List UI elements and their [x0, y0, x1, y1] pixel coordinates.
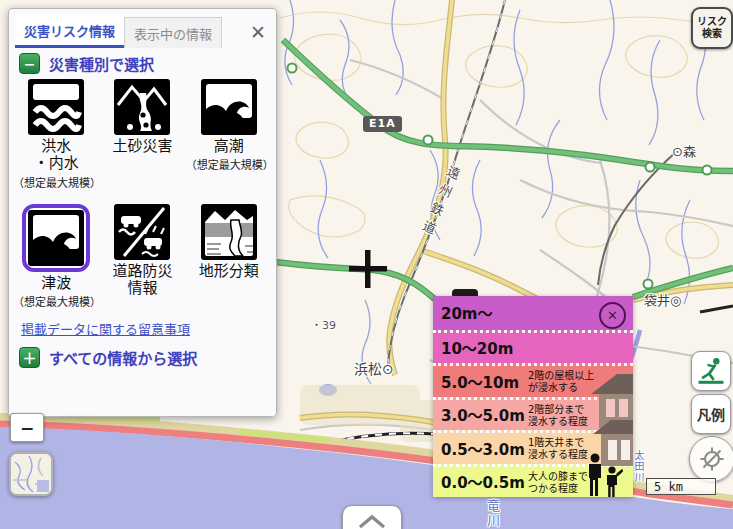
collapse-minus-icon[interactable]: − — [19, 53, 40, 74]
collapse-panel-button[interactable] — [342, 505, 402, 529]
town-symbol: ⊙ — [672, 144, 683, 159]
river-tenryu-label: 竜川 — [483, 499, 502, 529]
elevation-point-label: ・39 — [311, 316, 336, 332]
river-ota-label: 太田川 — [631, 450, 646, 483]
legend-toggle-button[interactable]: 凡例 — [691, 394, 731, 434]
disaster-info-panel: 災害リスク情報 表示中の情報 ✕ − 災害種別で選択 洪水 ・内水 （想定最大規… — [8, 8, 277, 417]
evacuation-runner-icon — [695, 355, 727, 387]
town-label-fukuroi: 袋井◎ — [644, 290, 681, 309]
minimap-icon — [11, 454, 51, 494]
flood-icon — [28, 79, 84, 135]
risk-search-button[interactable]: リスク 検索 — [691, 7, 733, 49]
disaster-item-storm-surge[interactable]: 高潮 （想定最大規模） — [186, 79, 272, 190]
town-label-mori: ⊙森 — [672, 141, 696, 160]
disaster-item-road[interactable]: 道路防災 情報 — [99, 204, 185, 309]
tsunami-depth-legend: ✕ 20m～ 10～20m 5. — [433, 296, 633, 497]
people-icon — [585, 452, 623, 502]
data-notes-link[interactable]: 掲載データに関する留意事項 — [21, 319, 190, 338]
evacuation-site-button[interactable] — [691, 351, 731, 391]
section-select-by-type[interactable]: − 災害種別で選択 — [19, 53, 154, 74]
zoom-out-button[interactable]: − — [10, 413, 44, 442]
road-disaster-icon — [114, 204, 170, 260]
scale-bar: 5 km — [646, 478, 716, 495]
disaster-item-tsunami[interactable]: 津波 （想定最大規模） — [13, 204, 99, 309]
city-symbol: ⊙ — [382, 361, 394, 377]
tab-disaster-risk[interactable]: 災害リスク情報 — [15, 15, 124, 48]
legend-row: 10～20m — [433, 330, 633, 364]
legend-close-icon[interactable]: ✕ — [599, 302, 626, 329]
tsunami-icon — [22, 204, 90, 272]
city-label-hamamatsu: 浜松⊙ — [354, 358, 394, 378]
disaster-type-grid: 洪水 ・内水 （想定最大規模） 土砂災害 — [13, 79, 272, 309]
disaster-item-flood[interactable]: 洪水 ・内水 （想定最大規模） — [13, 79, 99, 190]
panel-close-icon[interactable]: ✕ — [250, 23, 266, 42]
tab-displayed-info[interactable]: 表示中の情報 — [124, 17, 222, 48]
storm-surge-icon — [201, 79, 257, 135]
landslide-icon — [114, 79, 170, 135]
section-select-all[interactable]: ＋ すべての情報から選択 — [19, 347, 197, 368]
minimap-thumbnail[interactable] — [9, 452, 53, 496]
route-badge: E1A — [363, 116, 402, 132]
location-crosshair-icon — [695, 442, 729, 476]
panel-tabbar: 災害リスク情報 表示中の情報 — [15, 18, 270, 48]
expand-plus-icon[interactable]: ＋ — [19, 347, 40, 368]
chevron-up-icon — [352, 512, 392, 529]
current-location-button[interactable] — [689, 436, 733, 482]
landform-icon — [201, 204, 257, 260]
disaster-item-landslide[interactable]: 土砂災害 — [99, 79, 185, 190]
disaster-item-landform[interactable]: 地形分類 — [186, 204, 272, 309]
